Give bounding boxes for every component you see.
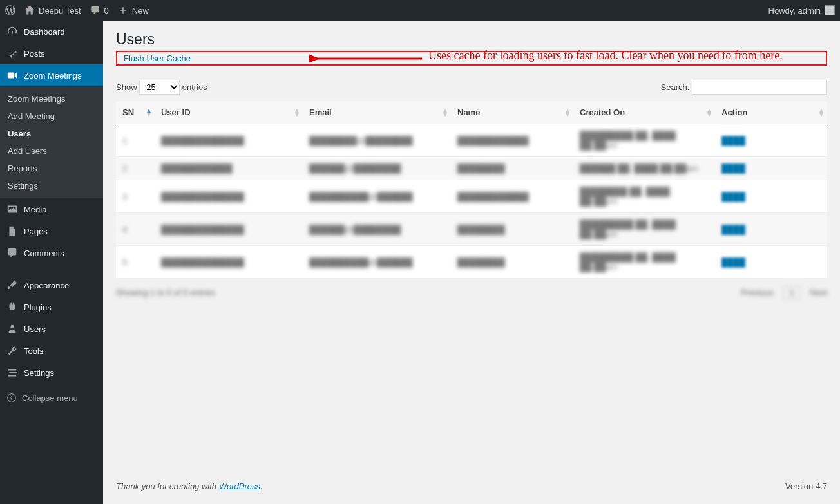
menu-media-label: Media: [24, 205, 46, 214]
menu-plugins[interactable]: Plugins: [0, 296, 103, 318]
menu-users-label: Users: [24, 324, 46, 334]
menu-tools[interactable]: Tools: [0, 340, 103, 362]
show-suffix: entries: [182, 82, 207, 92]
submenu-label: Reports: [8, 163, 37, 173]
row-action-link[interactable]: ████: [721, 163, 745, 173]
row-action-link[interactable]: ████: [721, 136, 745, 145]
wp-logo[interactable]: [5, 5, 15, 15]
cell-created: █████████ ██, ████ ██:██am: [573, 124, 715, 157]
col-email[interactable]: Email▲▼: [303, 101, 451, 124]
submenu-settings[interactable]: Settings: [0, 177, 103, 194]
avatar: [825, 5, 835, 15]
table-row: 1██████████████████████@████████████████…: [116, 124, 827, 157]
comments-count: 0: [104, 6, 109, 15]
cell-created: ████████ ██, ████ ██:██pm: [573, 180, 715, 213]
table-paginate: Previous 1 Next: [741, 288, 827, 297]
col-user-id[interactable]: User ID▲▼: [155, 101, 303, 124]
cell-user-id: ██████████████: [155, 180, 303, 213]
menu-settings[interactable]: Settings: [0, 362, 103, 384]
prev-page[interactable]: Previous: [741, 288, 774, 297]
next-page[interactable]: Next: [810, 288, 827, 297]
submenu-label: Add Meeting: [8, 111, 55, 121]
page-number[interactable]: 1: [783, 286, 799, 299]
home-icon: [24, 5, 35, 15]
footer-prefix: Thank you for creating with: [116, 481, 219, 491]
comments-icon: [6, 247, 18, 259]
table-row: 5████████████████████████@██████████████…: [116, 246, 827, 279]
cell-user-id: ██████████████: [155, 213, 303, 246]
media-icon: [6, 203, 18, 215]
row-action-link[interactable]: ████: [721, 225, 745, 234]
dashboard-icon: [6, 26, 18, 37]
menu-posts[interactable]: Posts: [0, 42, 103, 64]
settings-icon: [6, 367, 18, 378]
cell-email: ██████@████████: [303, 213, 451, 246]
submenu-zoom-meetings[interactable]: Zoom Meetings: [0, 90, 103, 107]
howdy-link[interactable]: Howdy, admin: [768, 5, 835, 15]
col-name[interactable]: Name▲▼: [451, 101, 573, 124]
collapse-menu[interactable]: Collapse menu: [0, 387, 103, 408]
annotation-text: Uses cache for loading users to fast loa…: [428, 49, 783, 62]
col-created[interactable]: Created On▲▼: [573, 101, 715, 124]
cell-user-id: ██████████████: [155, 246, 303, 279]
comment-icon: [90, 5, 100, 15]
submenu-reports[interactable]: Reports: [0, 160, 103, 177]
col-sn[interactable]: SN▲▼: [116, 101, 155, 124]
comments-link[interactable]: 0: [90, 5, 109, 15]
submenu-label: Users: [8, 129, 31, 138]
cell-name: ████████████: [451, 124, 573, 157]
page-icon: [6, 225, 18, 237]
cell-email: ████████@████████: [303, 124, 451, 157]
cell-user-id: ████████████: [155, 157, 303, 180]
col-action[interactable]: Action▲▼: [715, 101, 827, 124]
main-content: Users Flush User Cache Uses cache for lo…: [103, 21, 840, 504]
site-name-link[interactable]: Deepu Test: [24, 5, 81, 15]
menu-dashboard[interactable]: Dashboard: [0, 21, 103, 42]
cell-action: ████: [715, 180, 827, 213]
menu-pages[interactable]: Pages: [0, 220, 103, 242]
menu-users[interactable]: Users: [0, 318, 103, 340]
cell-sn: 2: [116, 157, 155, 180]
menu-media[interactable]: Media: [0, 198, 103, 220]
cell-sn: 4: [116, 213, 155, 246]
cell-action: ████: [715, 213, 827, 246]
cell-name: ████████: [451, 246, 573, 279]
cell-name: ████████: [451, 157, 573, 180]
plugin-icon: [6, 301, 18, 313]
submenu-label: Zoom Meetings: [8, 94, 66, 104]
search-input[interactable]: [692, 80, 827, 95]
page-title: Users: [116, 31, 827, 48]
menu-comments-label: Comments: [24, 248, 64, 258]
row-action-link[interactable]: ████: [721, 257, 745, 267]
col-label: Name: [457, 107, 480, 117]
flush-cache-link[interactable]: Flush User Cache: [124, 53, 191, 63]
footer-version: Version 4.7: [785, 481, 827, 491]
arrow-icon: [309, 50, 425, 67]
cell-sn: 1: [116, 124, 155, 157]
svg-point-0: [8, 394, 16, 402]
submenu-label: Add Users: [8, 146, 47, 156]
new-link[interactable]: New: [118, 5, 149, 15]
wordpress-link[interactable]: WordPress: [219, 481, 260, 491]
menu-posts-label: Posts: [24, 49, 45, 59]
row-action-link[interactable]: ████: [721, 192, 745, 201]
submenu-add-users[interactable]: Add Users: [0, 142, 103, 160]
length-select[interactable]: 25: [139, 80, 180, 95]
menu-zoom[interactable]: Zoom Meetings: [0, 64, 103, 86]
menu-comments[interactable]: Comments: [0, 242, 103, 264]
cell-created: ██████ ██, ████ ██:██am: [573, 157, 715, 180]
new-label: New: [132, 6, 149, 15]
submenu-add-meeting[interactable]: Add Meeting: [0, 107, 103, 125]
cell-user-id: ██████████████: [155, 124, 303, 157]
length-control: Show 25 entries: [116, 80, 207, 95]
cell-action: ████: [715, 246, 827, 279]
zoom-submenu: Zoom Meetings Add Meeting Users Add User…: [0, 86, 103, 198]
cell-action: ████: [715, 157, 827, 180]
menu-settings-label: Settings: [24, 368, 54, 378]
menu-appearance[interactable]: Appearance: [0, 274, 103, 296]
menu-plugins-label: Plugins: [24, 303, 52, 312]
menu-pages-label: Pages: [24, 227, 48, 236]
howdy-text: Howdy, admin: [768, 6, 821, 15]
menu-dashboard-label: Dashboard: [24, 27, 65, 37]
submenu-users[interactable]: Users: [0, 125, 103, 142]
